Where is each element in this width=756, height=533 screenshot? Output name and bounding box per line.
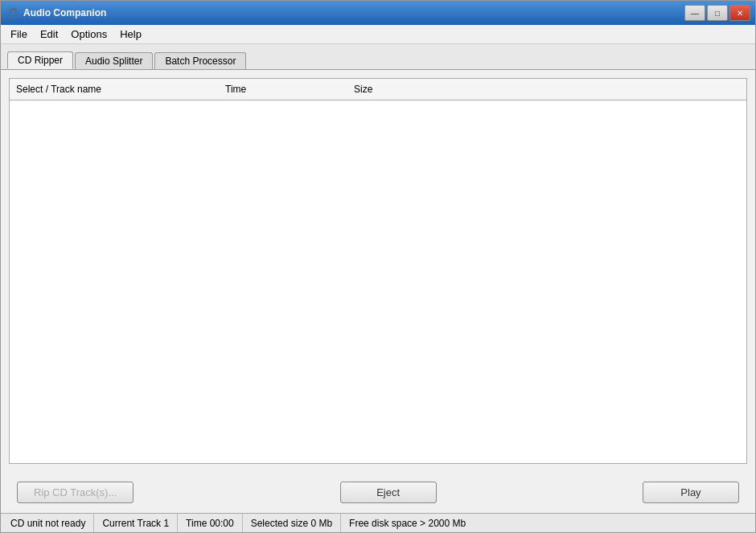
play-button[interactable]: Play — [643, 482, 739, 503]
status-bar: CD unit not ready Current Track 1 Time 0… — [1, 513, 755, 532]
tab-batch-processor[interactable]: Batch Processor — [154, 52, 246, 69]
maximize-button[interactable]: □ — [707, 5, 728, 21]
menu-file[interactable]: File — [4, 27, 34, 42]
col-header-track: Select / Track name — [10, 82, 219, 96]
track-table-header: Select / Track name Time Size — [10, 79, 746, 100]
minimize-button[interactable]: — — [684, 5, 705, 21]
menu-edit[interactable]: Edit — [34, 27, 64, 42]
track-table: Select / Track name Time Size — [9, 78, 747, 464]
tab-bar: CD Ripper Audio Splitter Batch Processor — [1, 44, 755, 70]
title-bar-left: 🎵 Audio Companion — [6, 6, 106, 19]
app-icon: 🎵 — [6, 6, 18, 19]
status-time: Time 00:00 — [178, 514, 243, 532]
status-free-disk: Free disk space > 2000 Mb — [341, 514, 474, 532]
main-content: Select / Track name Time Size — [1, 70, 755, 472]
col-header-time: Time — [219, 82, 347, 96]
bottom-buttons: Rip CD Track(s)... Eject Play — [1, 472, 755, 513]
col-header-size: Size — [347, 82, 746, 96]
track-table-body — [10, 100, 746, 462]
title-bar-buttons: — □ ✕ — [684, 5, 750, 21]
tab-cd-ripper[interactable]: CD Ripper — [7, 51, 73, 69]
close-button[interactable]: ✕ — [729, 5, 750, 21]
status-current-track: Current Track 1 — [94, 514, 178, 532]
status-selected-size: Selected size 0 Mb — [243, 514, 341, 532]
tab-audio-splitter[interactable]: Audio Splitter — [75, 52, 153, 69]
menu-options[interactable]: Options — [64, 27, 113, 42]
menu-help[interactable]: Help — [113, 27, 148, 42]
title-bar: 🎵 Audio Companion — □ ✕ — [1, 1, 755, 25]
window-title: Audio Companion — [23, 7, 106, 18]
main-window: 🎵 Audio Companion — □ ✕ File Edit Option… — [0, 0, 756, 533]
rip-cd-button[interactable]: Rip CD Track(s)... — [17, 482, 134, 503]
status-cd-unit: CD unit not ready — [7, 514, 94, 532]
eject-button[interactable]: Eject — [340, 482, 437, 503]
menu-bar: File Edit Options Help — [1, 25, 755, 44]
